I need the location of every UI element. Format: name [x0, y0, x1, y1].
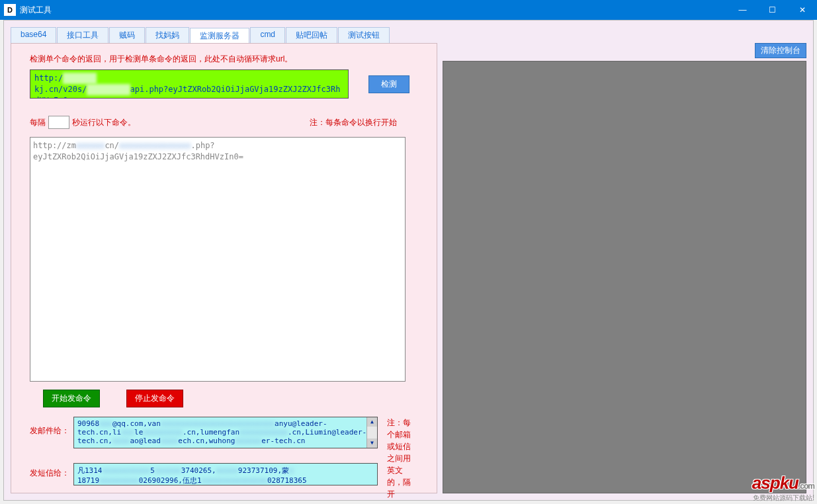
- mail-label: 发邮件给：: [30, 417, 73, 437]
- minimize-button[interactable]: —: [728, 0, 757, 20]
- start-button[interactable]: 开始发命令: [43, 390, 100, 407]
- commands-textarea[interactable]: http://zmxxxxxxcn/xxxxxxxxxxxxxxx.php?ey…: [30, 137, 406, 382]
- close-button[interactable]: ✕: [787, 0, 817, 20]
- tab-贴吧回帖[interactable]: 贴吧回帖: [286, 27, 337, 43]
- detect-button[interactable]: 检测: [368, 75, 409, 93]
- tab-base64[interactable]: base64: [11, 27, 56, 43]
- interval-note: 注：每条命令以换行开始: [310, 116, 430, 129]
- description-text: 检测单个命令的返回，用于检测单条命令的返回，此处不自动循环请求url。: [30, 53, 430, 65]
- sms-label: 发短信给：: [30, 463, 73, 480]
- clear-console-button[interactable]: 清除控制台: [755, 43, 806, 58]
- interval-prefix: 每隔: [30, 116, 46, 129]
- tab-测试按钮[interactable]: 测试按钮: [338, 27, 390, 43]
- scrollbar[interactable]: ▲ ▼: [366, 417, 377, 448]
- tab-找妈妈[interactable]: 找妈妈: [146, 27, 189, 43]
- tab-监测服务器[interactable]: 监测服务器: [190, 28, 249, 44]
- mail-recipients-input[interactable]: 90968xxx@qq.com,vanxxxxxxxxxxxxxxxxxxxxx…: [73, 417, 378, 448]
- interval-input[interactable]: [48, 116, 69, 129]
- single-url-input[interactable]: http:/xxxxxxx kj.cn/v20s/xxxxxxxxxapi.ph…: [30, 69, 349, 99]
- scroll-up-icon[interactable]: ▲: [367, 417, 377, 427]
- app-icon: D: [4, 4, 16, 16]
- console-output: [443, 61, 806, 493]
- interval-suffix: 秒运行以下命令。: [72, 116, 136, 129]
- scroll-down-icon[interactable]: ▼: [367, 439, 377, 448]
- titlebar: D 测试工具 — ☐ ✕: [0, 0, 817, 20]
- stop-button[interactable]: 停止发命令: [126, 390, 183, 407]
- tab-贼码[interactable]: 贼码: [109, 27, 145, 43]
- tab-接口工具[interactable]: 接口工具: [57, 27, 108, 43]
- recipient-note: 注：每个邮箱或短信之间用英文的，隔开: [387, 417, 413, 500]
- tab-cmd[interactable]: cmd: [250, 27, 285, 43]
- main-panel: 检测单个命令的返回，用于检测单条命令的返回，此处不自动循环请求url。 http…: [11, 43, 437, 493]
- tab-bar: base64接口工具贼码找妈妈监测服务器cmd贴吧回帖测试按钮: [11, 27, 813, 43]
- window-title: 测试工具: [20, 5, 52, 16]
- sms-recipients-input[interactable]: 凡1314xxxxxxxxxxx5xxxxxx3740265,xxxxx9237…: [73, 463, 378, 485]
- maximize-button[interactable]: ☐: [757, 0, 787, 20]
